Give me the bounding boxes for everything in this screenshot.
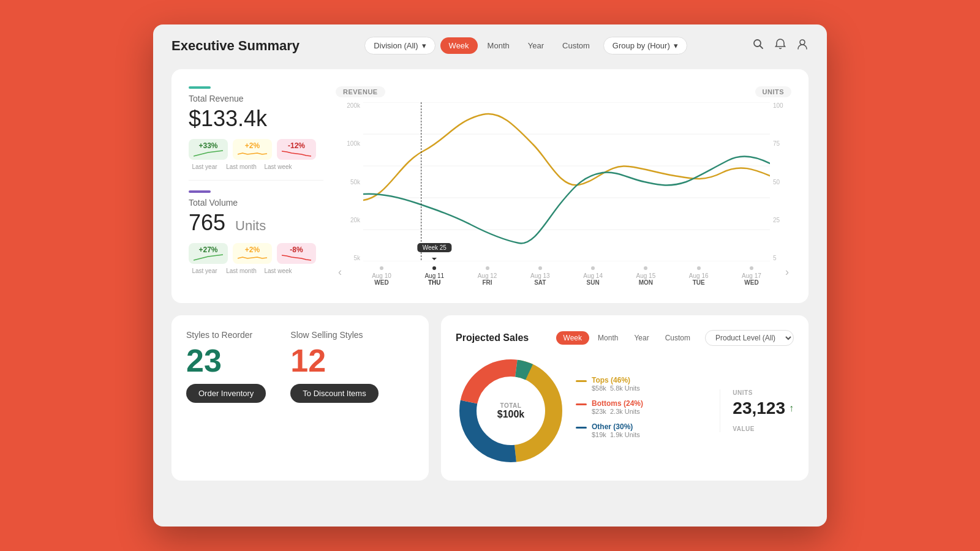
- chart-svg-area: [363, 102, 770, 261]
- x-day: TUE: [693, 279, 705, 286]
- revenue-sub-lastyear: Last year: [189, 163, 221, 170]
- reorder-label: Styles to Reorder: [186, 330, 266, 340]
- y-label-50k: 50k: [350, 179, 360, 186]
- y-label-100: 100: [773, 102, 783, 109]
- volume-badge-labels: Last year Last month Last week: [189, 268, 323, 274]
- volume-lastmonth-text: +2%: [233, 243, 272, 264]
- chart-prev-btn[interactable]: ‹: [336, 266, 344, 279]
- stats-panel: Total Revenue $133.4k +33% +2%: [189, 86, 323, 286]
- y-label-50: 50: [773, 179, 780, 186]
- donut-total-label: TOTAL: [497, 402, 525, 409]
- search-icon: [752, 38, 764, 50]
- units-number: 23,123: [733, 399, 785, 418]
- revenue-badge-lastweek: -12%: [277, 139, 316, 160]
- x-dot: [591, 266, 595, 270]
- discount-items-btn[interactable]: To Discount Items: [290, 384, 378, 403]
- units-value: 23,123 ↑: [733, 399, 794, 418]
- legend-name-tops: Tops (46%): [592, 376, 640, 384]
- revenue-sub-lastweek: Last week: [262, 163, 294, 170]
- chart-y-labels-right: 100 75 50 25 5: [773, 102, 791, 261]
- legend-tops: Tops (46%) $58k 5.8k Units: [576, 376, 710, 392]
- x-day: FRI: [483, 279, 492, 286]
- revenue-chart-badge: REVENUE: [336, 86, 385, 97]
- volume-accent: [189, 190, 211, 193]
- chart-x-axis: Aug 10 WED Week 25 Aug 11 THU: [363, 266, 770, 286]
- bottom-left-card: Styles to Reorder 23 Order Inventory Slo…: [172, 315, 429, 481]
- revenue-badges: +33% +2% -12%: [189, 139, 323, 160]
- group-by-select[interactable]: Group by (Hour) ▾: [603, 37, 687, 54]
- x-dot: [644, 266, 647, 270]
- legend-name-other: Other (30%): [592, 422, 640, 431]
- y-label-200k: 200k: [347, 102, 360, 109]
- volume-label: Total Volume: [189, 198, 323, 208]
- revenue-badge-labels: Last year Last month Last week: [189, 163, 323, 170]
- user-icon-btn[interactable]: [796, 38, 809, 53]
- proj-custom-btn[interactable]: Custom: [658, 331, 698, 345]
- proj-title: Projected Sales: [456, 332, 529, 343]
- week-filter-btn[interactable]: Week: [440, 37, 478, 54]
- volume-value: 765 Units: [189, 210, 323, 236]
- chart-next-btn[interactable]: ›: [783, 266, 791, 279]
- donut-chart: TOTAL $100k: [456, 356, 566, 466]
- x-date: Aug 13: [530, 272, 550, 279]
- legend-text-tops: Tops (46%) $58k 5.8k Units: [592, 376, 640, 392]
- product-level-select[interactable]: Product Level (All): [705, 330, 794, 346]
- bell-icon-btn[interactable]: [774, 38, 786, 53]
- chevron-down-icon: ▾: [422, 41, 426, 50]
- units-chart-badge: UNITS: [755, 86, 792, 97]
- chart-wrapper: 200k 100k 50k 20k 5k 100 75 50 25 5: [336, 102, 791, 286]
- x-dot-active: [432, 266, 436, 270]
- x-dot: [380, 266, 383, 270]
- x-date: Aug 14: [583, 272, 603, 279]
- x-dot: [538, 266, 542, 270]
- sparkline-up: [194, 150, 223, 157]
- sparkline-down: [282, 150, 311, 157]
- custom-filter-btn[interactable]: Custom: [554, 37, 598, 54]
- proj-week-btn[interactable]: Week: [556, 331, 589, 345]
- volume-badge-lastweek: -8%: [277, 243, 316, 264]
- division-select[interactable]: Division (All) ▾: [364, 37, 435, 54]
- x-date: Aug 10: [372, 272, 391, 279]
- x-date: Aug 17: [742, 272, 761, 279]
- group-label: Group by (Hour): [612, 41, 670, 50]
- legend-line-bottoms: [576, 403, 587, 405]
- y-label-20k: 20k: [350, 217, 360, 223]
- x-col-wed1: Aug 10 WED: [363, 266, 400, 286]
- volume-badge-lastmonth: +2%: [233, 243, 272, 264]
- proj-content: TOTAL $100k Tops (46%) $58k 5.8k Units: [456, 356, 794, 466]
- chart-panel: REVENUE UNITS 200k 100k 50k 20k 5k 100 7…: [336, 86, 791, 286]
- revenue-accent: [189, 86, 211, 89]
- volume-badge-lastyear: +27%: [189, 243, 228, 264]
- main-card: Total Revenue $133.4k +33% +2%: [172, 69, 809, 303]
- value-label: VALUE: [733, 425, 794, 432]
- chevron-down-icon2: ▾: [674, 41, 678, 50]
- search-icon-btn[interactable]: [752, 38, 764, 53]
- legend-other: Other (30%) $19k 1.9k Units: [576, 422, 710, 438]
- slow-selling-item: Slow Selling Styles 12 To Discount Items: [290, 330, 378, 403]
- order-inventory-btn[interactable]: Order Inventory: [186, 384, 266, 403]
- up-arrow-icon: ↑: [789, 403, 794, 414]
- chart-labels-top: REVENUE UNITS: [336, 86, 791, 97]
- proj-year-btn[interactable]: Year: [627, 331, 656, 345]
- slow-selling-label: Slow Selling Styles: [290, 330, 378, 340]
- x-col-tue: Aug 16 TUE: [680, 266, 717, 286]
- legend-line-other: [576, 427, 587, 429]
- svg-point-2: [800, 40, 805, 45]
- year-filter-btn[interactable]: Year: [519, 37, 552, 54]
- y-label-100k: 100k: [347, 140, 360, 147]
- x-day: SUN: [587, 279, 600, 286]
- reorder-item: Styles to Reorder 23 Order Inventory: [186, 330, 266, 403]
- slow-selling-value: 12: [290, 345, 378, 377]
- revenue-badge-lastyear: +33%: [189, 139, 228, 160]
- legend-area: Tops (46%) $58k 5.8k Units Bottoms (24%)…: [576, 376, 710, 446]
- sparkline-up2: [194, 254, 223, 261]
- tooltip-arrow: [432, 258, 437, 260]
- volume-lastweek-text: -8%: [277, 243, 316, 264]
- proj-month-btn[interactable]: Month: [590, 331, 625, 345]
- month-filter-btn[interactable]: Month: [479, 37, 518, 54]
- time-filter-group: Week Month Year Custom: [440, 37, 598, 54]
- y-label-5k: 5k: [353, 255, 360, 261]
- x-date: Aug 12: [478, 272, 497, 279]
- x-col-sat: Aug 13 SAT: [522, 266, 559, 286]
- reorder-row: Styles to Reorder 23 Order Inventory Slo…: [186, 330, 414, 403]
